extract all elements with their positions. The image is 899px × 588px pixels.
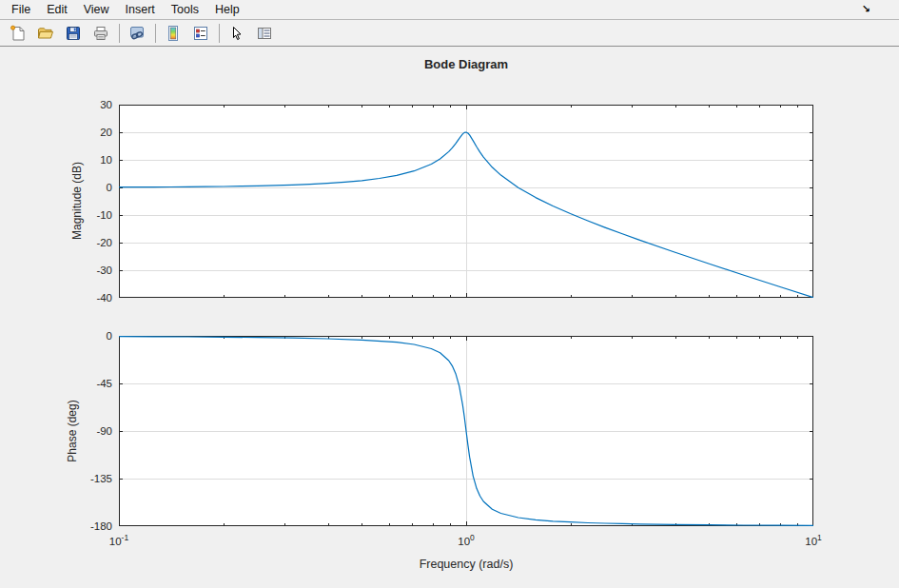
toolbar-separator: [155, 24, 156, 43]
menu-view[interactable]: View: [80, 2, 113, 17]
open-file-button[interactable]: [34, 22, 57, 45]
save-icon: [65, 25, 82, 42]
edit-plot-button[interactable]: [225, 22, 248, 45]
insert-legend-button[interactable]: [189, 22, 212, 45]
plot-title: Bode Diagram: [119, 57, 813, 71]
toolbar-separator: [219, 24, 220, 43]
magnitude-y-tick-label: 30: [70, 99, 112, 110]
menu-edit[interactable]: Edit: [43, 2, 71, 17]
colorbar-icon: [165, 25, 182, 42]
menu-insert[interactable]: Insert: [122, 2, 159, 17]
property-editor-button[interactable]: [253, 22, 276, 45]
insert-colorbar-button[interactable]: [162, 22, 185, 45]
magnitude-y-tick-label: 20: [70, 127, 112, 138]
magnitude-axis-label: Magnitude (dB): [70, 162, 84, 240]
open-folder-icon: [37, 25, 54, 42]
save-figure-button[interactable]: [62, 22, 85, 45]
new-document-icon: [10, 25, 27, 42]
figure-canvas: Bode Diagram Magnitude (dB) Phase (deg) …: [0, 47, 899, 588]
frequency-axis-label: Frequency (rad/s): [119, 558, 813, 571]
magnitude-y-tick-label: 10: [70, 154, 112, 166]
phase-y-tick-label: -135: [70, 473, 112, 484]
magnitude-y-tick-label: -40: [70, 292, 112, 304]
link-plot-button[interactable]: [126, 22, 148, 45]
menubar: File Edit View Insert Tools Help ↘: [0, 0, 899, 20]
phase-y-tick-label: -45: [70, 378, 112, 389]
magnitude-y-tick-label: -30: [70, 265, 112, 276]
frequency-tick-label: 10-1: [109, 533, 128, 547]
frequency-tick-label: 100: [458, 533, 475, 547]
phase-curve-svg: [119, 336, 813, 526]
print-icon: [92, 25, 109, 42]
print-figure-button[interactable]: [89, 22, 112, 45]
menu-help[interactable]: Help: [211, 2, 244, 17]
cursor-arrow-icon: [228, 25, 245, 42]
phase-y-tick-label: -90: [70, 425, 112, 437]
phase-plot-area[interactable]: [119, 336, 813, 526]
link-plot-icon: [128, 25, 146, 42]
magnitude-y-tick-label: -10: [70, 209, 112, 221]
menu-tools[interactable]: Tools: [167, 2, 203, 17]
property-editor-icon: [256, 25, 273, 42]
magnitude-curve-svg: [119, 105, 813, 298]
magnitude-y-tick-label: -20: [70, 237, 112, 248]
menu-file[interactable]: File: [8, 2, 34, 17]
new-figure-button[interactable]: [7, 22, 29, 45]
dock-figure-icon[interactable]: ↘: [862, 1, 870, 16]
phase-y-tick-label: 0: [70, 330, 112, 342]
toolbar-separator: [119, 24, 120, 43]
frequency-tick-label: 101: [805, 533, 822, 547]
legend-icon: [192, 25, 209, 42]
magnitude-y-tick-label: 0: [70, 182, 112, 193]
figure-toolbar: [0, 20, 899, 47]
phase-y-tick-label: -180: [70, 520, 112, 532]
magnitude-plot-area[interactable]: [119, 105, 813, 298]
